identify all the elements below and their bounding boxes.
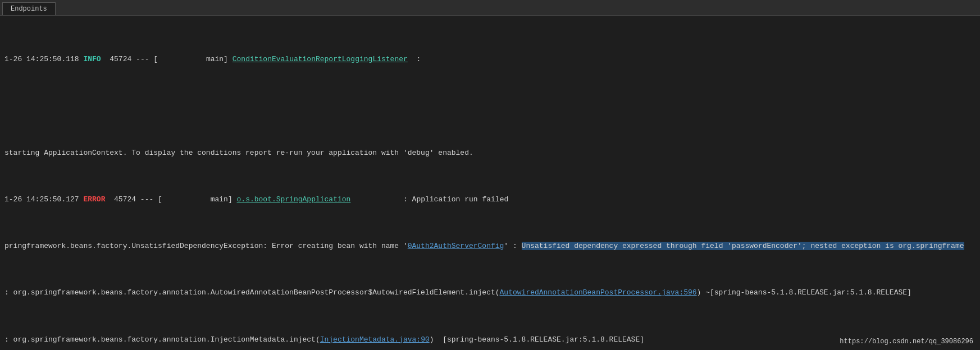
- footer-link[interactable]: https://blog.csdn.net/qq_39086296: [840, 338, 973, 346]
- stack-line-2: : org.springframework.beans.factory.anno…: [4, 334, 976, 346]
- exception-line: pringframework.beans.factory.Unsatisfied…: [4, 241, 976, 252]
- tab-bar: Endpoints: [0, 0, 980, 16]
- log-line-starting: starting ApplicationContext. To display …: [4, 148, 976, 159]
- endpoints-tab[interactable]: Endpoints: [2, 2, 56, 15]
- console-output: 1-26 14:25:50.118 INFO 45724 --- [ main]…: [0, 16, 980, 350]
- log-line-1: 1-26 14:25:50.118 INFO 45724 --- [ main]…: [4, 54, 976, 66]
- stack-line-1: : org.springframework.beans.factory.anno…: [4, 287, 976, 299]
- log-line-blank: [4, 101, 976, 113]
- log-line-error: 1-26 14:25:50.127 ERROR 45724 --- [ main…: [4, 194, 976, 206]
